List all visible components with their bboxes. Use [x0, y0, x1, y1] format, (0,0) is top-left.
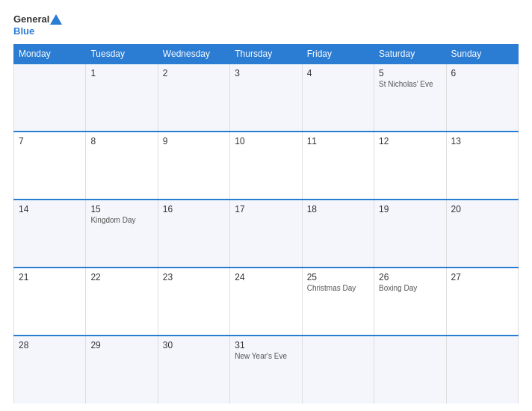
- calendar-cell: 18: [302, 200, 374, 268]
- calendar-cell: 17: [230, 200, 302, 268]
- calendar-cell: 9: [158, 132, 229, 200]
- day-number: 6: [451, 68, 513, 78]
- calendar-cell: 16: [158, 200, 229, 268]
- calendar-cell: [14, 64, 86, 132]
- calendar-cell: 13: [446, 132, 518, 200]
- day-number: 22: [90, 272, 152, 282]
- day-number: 2: [163, 68, 225, 78]
- day-number: 5: [379, 68, 441, 78]
- calendar-cell: 19: [374, 200, 446, 268]
- day-header-tuesday: Tuesday: [86, 45, 158, 64]
- header: General Blue: [13, 13, 519, 37]
- day-number: 9: [163, 136, 225, 146]
- day-number: 18: [307, 204, 369, 214]
- day-number: 8: [90, 136, 152, 146]
- day-number: 4: [307, 68, 369, 78]
- holiday-label: St Nicholas' Eve: [379, 80, 441, 88]
- calendar-cell: 7: [14, 132, 86, 200]
- calendar-cell: 12: [374, 132, 446, 200]
- calendar-cell: 26Boxing Day: [374, 268, 446, 336]
- day-number: 16: [163, 204, 225, 214]
- svg-marker-0: [50, 14, 62, 25]
- calendar-cell: 28: [14, 336, 86, 404]
- calendar-cell: 15Kingdom Day: [86, 200, 158, 268]
- day-number: 1: [90, 68, 152, 78]
- calendar-week-row: 12345St Nicholas' Eve6: [14, 64, 519, 132]
- calendar-cell: 30: [158, 336, 229, 404]
- calendar-cell: 6: [446, 64, 518, 132]
- holiday-label: Kingdom Day: [90, 216, 152, 224]
- calendar-cell: 11: [302, 132, 374, 200]
- calendar-cell: 5St Nicholas' Eve: [374, 64, 446, 132]
- calendar-cell: 14: [14, 200, 86, 268]
- day-number: 10: [235, 136, 297, 146]
- calendar-cell: 29: [86, 336, 158, 404]
- calendar-table: MondayTuesdayWednesdayThursdayFridaySatu…: [13, 44, 519, 404]
- day-number: 13: [451, 136, 513, 146]
- calendar-cell: 2: [158, 64, 229, 132]
- day-number: 7: [19, 136, 81, 146]
- day-number: 11: [307, 136, 369, 146]
- calendar-week-row: 78910111213: [14, 132, 519, 200]
- calendar-week-row: 2122232425Christmas Day26Boxing Day27: [14, 268, 519, 336]
- calendar-cell: 10: [230, 132, 302, 200]
- day-number: 3: [235, 68, 297, 78]
- day-header-thursday: Thursday: [230, 45, 302, 64]
- day-number: 21: [19, 272, 81, 282]
- day-header-sunday: Sunday: [446, 45, 518, 64]
- day-number: 27: [451, 272, 513, 282]
- calendar-cell: 4: [302, 64, 374, 132]
- holiday-label: New Year's Eve: [235, 352, 297, 360]
- calendar-cell: 24: [230, 268, 302, 336]
- day-header-saturday: Saturday: [374, 45, 446, 64]
- calendar-week-row: 28293031New Year's Eve: [14, 336, 519, 404]
- calendar-cell: 3: [230, 64, 302, 132]
- day-number: 23: [163, 272, 225, 282]
- calendar-cell: 31New Year's Eve: [230, 336, 302, 404]
- calendar-cell: 27: [446, 268, 518, 336]
- calendar-cell: 21: [14, 268, 86, 336]
- day-number: 20: [451, 204, 513, 214]
- calendar-cell: [446, 336, 518, 404]
- day-number: 31: [235, 340, 297, 350]
- logo-blue-text: Blue: [13, 25, 34, 37]
- day-header-friday: Friday: [302, 45, 374, 64]
- calendar-cell: 25Christmas Day: [302, 268, 374, 336]
- day-number: 26: [379, 272, 441, 282]
- day-number: 24: [235, 272, 297, 282]
- day-number: 28: [19, 340, 81, 350]
- calendar-cell: 23: [158, 268, 229, 336]
- day-number: 19: [379, 204, 441, 214]
- calendar-week-row: 1415Kingdom Day1617181920: [14, 200, 519, 268]
- calendar-page: General Blue MondayTuesdayWednesdayThurs…: [0, 0, 532, 411]
- calendar-cell: 22: [86, 268, 158, 336]
- day-number: 25: [307, 272, 369, 282]
- logo-general-text: General: [13, 13, 49, 25]
- calendar-cell: 8: [86, 132, 158, 200]
- day-number: 29: [90, 340, 152, 350]
- calendar-cell: 20: [446, 200, 518, 268]
- day-number: 14: [19, 204, 81, 214]
- calendar-header-row: MondayTuesdayWednesdayThursdayFridaySatu…: [14, 45, 519, 64]
- day-number: 17: [235, 204, 297, 214]
- calendar-cell: [302, 336, 374, 404]
- day-number: 30: [163, 340, 225, 350]
- day-header-wednesday: Wednesday: [158, 45, 229, 64]
- logo-flag-icon: [50, 14, 62, 25]
- calendar-cell: [374, 336, 446, 404]
- day-number: 15: [90, 204, 152, 214]
- holiday-label: Boxing Day: [379, 284, 441, 292]
- day-number: 12: [379, 136, 441, 146]
- calendar-cell: 1: [86, 64, 158, 132]
- logo: General Blue: [13, 13, 62, 37]
- day-header-monday: Monday: [14, 45, 86, 64]
- holiday-label: Christmas Day: [307, 284, 369, 292]
